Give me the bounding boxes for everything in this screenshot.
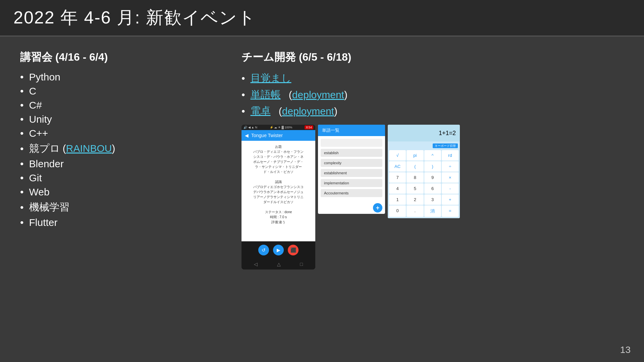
calc-3-btn[interactable]: 3 <box>424 194 441 205</box>
dentaku-link[interactable]: 電卓 <box>251 104 271 118</box>
calc-plus-btn[interactable]: + <box>442 194 459 205</box>
wordlist-screenshot: 単語一覧 establish complexity establishment … <box>318 125 385 214</box>
tango-link[interactable]: 単語帳 <box>251 88 281 102</box>
list-item: C++ <box>20 128 215 139</box>
wordlist-item[interactable]: establishment <box>321 169 382 177</box>
left-section-title: 講習会 (4/16 - 6/4) <box>20 50 215 65</box>
calculator-screenshot: 1+1=2 キーボード切替 √ pi ^ rd AC ( ) ÷ 7 8 9 <box>388 125 460 218</box>
phone-title-bar: ◀ Tongue Twister <box>241 130 315 141</box>
calc-multiply-btn[interactable]: × <box>442 172 459 183</box>
wordlist-title: 単語一覧 <box>318 125 385 136</box>
calc-power-btn[interactable]: ^ <box>424 150 441 161</box>
add-word-button[interactable]: + <box>373 203 382 213</box>
phone-controls: ↺ ▶ ⬛ <box>241 241 315 259</box>
calc-equals-btn[interactable]: = <box>442 205 459 217</box>
list-item: Git <box>20 172 215 184</box>
calc-5-btn[interactable]: 5 <box>407 183 423 194</box>
list-item: Flutter <box>20 217 215 228</box>
header: 2022 年 4-6 月: 新歓イベント <box>0 0 644 37</box>
calc-1-btn[interactable]: 1 <box>389 194 406 205</box>
page-title: 2022 年 4-6 月: 新歓イベント <box>13 6 631 29</box>
calc-rd-btn[interactable]: rd <box>442 150 459 161</box>
dentaku-deployment-link[interactable]: deployment <box>282 106 334 117</box>
page-number: 13 <box>620 345 631 355</box>
calc-divide-btn[interactable]: ÷ <box>442 161 459 172</box>
calc-8-btn[interactable]: 8 <box>407 172 423 183</box>
phone-app-title: Tongue Twister <box>251 133 283 138</box>
wordlist-search-box <box>321 139 382 147</box>
list-item: C# <box>20 100 215 111</box>
left-column: 講習会 (4/16 - 6/4) Python C C# Unity C++ 競… <box>20 50 215 269</box>
refresh-button[interactable]: ↺ <box>258 245 269 255</box>
nav-recent-icon[interactable]: □ <box>300 261 303 267</box>
wordlist-item[interactable]: complexity <box>321 159 382 167</box>
stop-button[interactable]: ⬛ <box>288 245 299 255</box>
calc-4-btn[interactable]: 4 <box>389 183 406 194</box>
wordlist-content: establish complexity establishment imple… <box>318 136 385 202</box>
mezamashi-link[interactable]: 目覚まし <box>251 71 291 85</box>
calc-expression: 1+1=2 <box>439 130 456 137</box>
main-content: 講習会 (4/16 - 6/4) Python C C# Unity C++ 競… <box>0 37 644 283</box>
list-item: C <box>20 85 215 97</box>
calc-ac-btn[interactable]: AC <box>389 161 406 172</box>
calc-delete-btn[interactable]: 消 <box>424 205 441 217</box>
calc-0-btn[interactable]: 0 <box>389 205 406 217</box>
team-dev-list: 目覚まし 単語帳 (deployment) 電卓 (deployment) <box>241 71 624 118</box>
list-item: Unity <box>20 114 215 125</box>
calc-display: 1+1=2 <box>388 125 460 141</box>
phone-content-area: お題 パブロ・ディエゴ・ホセ・フラン シスコ・デ・パウラ・ホアン・ネ ポムセーノ… <box>241 141 315 241</box>
nav-back-icon[interactable]: ◁ <box>254 261 258 267</box>
rainbou-link[interactable]: RAINBOU <box>66 143 112 154</box>
wordlist-item[interactable]: implementation <box>321 179 382 187</box>
list-item: 単語帳 (deployment) <box>241 88 624 102</box>
right-column: チーム開発 (6/5 - 6/18) 目覚まし 単語帳 (deployment)… <box>241 50 624 269</box>
list-item: Python <box>20 71 215 83</box>
play-button[interactable]: ▶ <box>273 245 284 255</box>
workshop-list: Python C C# Unity C++ 競プロ (RAINBOU) Blen… <box>20 71 215 228</box>
list-item: Blender <box>20 158 215 170</box>
nav-home-icon[interactable]: △ <box>277 261 281 267</box>
calc-buttons-grid: √ pi ^ rd AC ( ) ÷ 7 8 9 × 4 5 6 - 1 <box>388 149 460 218</box>
calc-6-btn[interactable]: 6 <box>424 183 441 194</box>
calc-2-btn[interactable]: 2 <box>407 194 423 205</box>
keyboard-switch-btn[interactable]: キーボード切替 <box>433 143 458 148</box>
list-item: 目覚まし <box>241 71 624 85</box>
phone-text: お題 パブロ・ディエゴ・ホセ・フラン シスコ・デ・パウラ・ホアン・ネ ポムセーノ… <box>244 143 313 226</box>
right-section-title: チーム開発 (6/5 - 6/18) <box>241 50 624 65</box>
time-badge: 8:54 <box>305 125 313 129</box>
list-item: 機械学習 <box>20 200 215 214</box>
screenshots-container: 🔊 ◀ ▲ N ⚡ ☁ ✈ ▓ 100% 8:54 ◀ Tongue Twist… <box>241 125 624 269</box>
wordlist-footer: + <box>318 202 385 214</box>
tango-deployment-link[interactable]: deployment <box>292 89 344 100</box>
list-item: Web <box>20 186 215 198</box>
calc-dot-btn[interactable]: . <box>407 205 423 217</box>
calc-sqrt-btn[interactable]: √ <box>389 150 406 161</box>
calc-9-btn[interactable]: 9 <box>424 172 441 183</box>
phone-nav-bar: ◁ △ □ <box>241 259 315 269</box>
list-item: 電卓 (deployment) <box>241 104 624 118</box>
back-arrow-icon: ◀ <box>245 133 249 138</box>
wordlist-item[interactable]: Accouterments <box>321 189 382 197</box>
calc-minus-btn[interactable]: - <box>442 183 459 194</box>
list-item: 競プロ (RAINBOU) <box>20 142 215 156</box>
phone-status-bar: 🔊 ◀ ▲ N ⚡ ☁ ✈ ▓ 100% 8:54 <box>241 125 315 130</box>
tongue-twister-screenshot: 🔊 ◀ ▲ N ⚡ ☁ ✈ ▓ 100% 8:54 ◀ Tongue Twist… <box>241 125 315 269</box>
calc-close-paren-btn[interactable]: ) <box>424 161 441 172</box>
calc-open-paren-btn[interactable]: ( <box>407 161 423 172</box>
wordlist-item[interactable]: establish <box>321 149 382 157</box>
calc-pi-btn[interactable]: pi <box>407 150 423 161</box>
calc-7-btn[interactable]: 7 <box>389 172 406 183</box>
